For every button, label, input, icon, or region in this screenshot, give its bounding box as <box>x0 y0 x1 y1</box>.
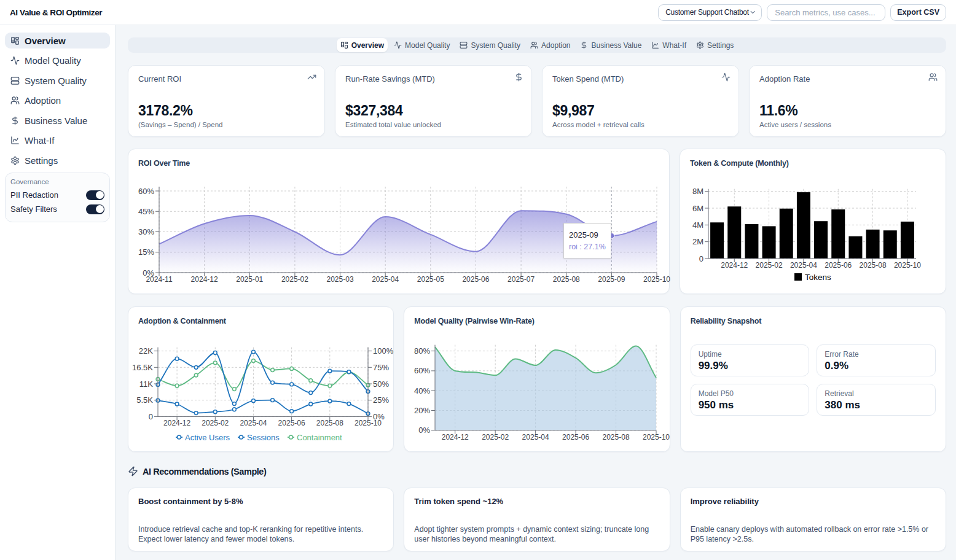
svg-text:2025-08: 2025-08 <box>603 433 630 441</box>
svg-text:Sessions: Sessions <box>247 433 280 442</box>
svg-text:100%: 100% <box>373 346 394 356</box>
svg-text:2025-06: 2025-06 <box>825 261 852 270</box>
svg-text:2025-04: 2025-04 <box>372 275 399 284</box>
svg-text:16.5K: 16.5K <box>132 363 153 372</box>
svg-text:2025-06: 2025-06 <box>278 419 305 427</box>
svg-text:2025-02: 2025-02 <box>202 419 229 427</box>
svg-text:0: 0 <box>149 412 153 421</box>
svg-text:11K: 11K <box>139 379 153 389</box>
svg-text:50%: 50% <box>373 379 389 389</box>
svg-text:2025-10: 2025-10 <box>643 433 670 441</box>
svg-text:Tokens: Tokens <box>805 273 831 282</box>
svg-text:4M: 4M <box>692 220 703 230</box>
svg-text:2025-01: 2025-01 <box>236 275 263 284</box>
svg-text:0: 0 <box>699 254 703 263</box>
svg-text:2025-06: 2025-06 <box>562 433 589 441</box>
svg-text:2025-06: 2025-06 <box>462 275 489 284</box>
svg-text:25%: 25% <box>373 395 389 405</box>
svg-text:2M: 2M <box>692 237 703 246</box>
svg-text:20%: 20% <box>414 406 430 415</box>
svg-text:2024-12: 2024-12 <box>191 275 218 284</box>
svg-text:60%: 60% <box>138 187 154 196</box>
svg-text:2025-08: 2025-08 <box>316 419 343 427</box>
svg-text:2025-07: 2025-07 <box>507 275 535 284</box>
svg-text:5.5K: 5.5K <box>136 395 153 405</box>
svg-text:2025-04: 2025-04 <box>240 419 267 427</box>
svg-text:2024-12: 2024-12 <box>721 261 748 270</box>
svg-text:Active Users: Active Users <box>185 433 230 442</box>
svg-text:30%: 30% <box>138 227 154 236</box>
svg-text:2024-11: 2024-11 <box>146 275 172 284</box>
svg-text:2025-03: 2025-03 <box>327 275 354 284</box>
svg-text:2025-09: 2025-09 <box>598 275 625 284</box>
svg-text:8M: 8M <box>692 187 703 196</box>
svg-text:2025-10: 2025-10 <box>643 275 670 284</box>
svg-text:2025-05: 2025-05 <box>417 275 444 284</box>
svg-text:2025-08: 2025-08 <box>553 275 580 284</box>
svg-text:2025-04: 2025-04 <box>790 261 817 270</box>
svg-text:6M: 6M <box>692 204 703 213</box>
svg-text:60%: 60% <box>414 366 430 375</box>
svg-text:75%: 75% <box>373 363 389 372</box>
svg-text:2024-12: 2024-12 <box>163 419 190 427</box>
svg-text:2025-04: 2025-04 <box>522 433 549 441</box>
svg-text:2024-12: 2024-12 <box>442 433 469 441</box>
svg-text:2025-08: 2025-08 <box>860 261 887 270</box>
svg-text:0%: 0% <box>419 426 431 435</box>
svg-text:2025-02: 2025-02 <box>281 275 308 284</box>
svg-text:15%: 15% <box>138 247 154 257</box>
svg-text:40%: 40% <box>414 386 430 395</box>
svg-text:2025-10: 2025-10 <box>355 419 382 427</box>
svg-text:45%: 45% <box>138 207 154 216</box>
svg-text:22K: 22K <box>139 346 153 356</box>
svg-text:2025-02: 2025-02 <box>482 433 509 441</box>
svg-text:80%: 80% <box>414 346 430 356</box>
svg-text:2025-02: 2025-02 <box>756 261 783 270</box>
svg-text:2025-10: 2025-10 <box>894 261 921 270</box>
svg-text:Containment: Containment <box>297 433 342 442</box>
